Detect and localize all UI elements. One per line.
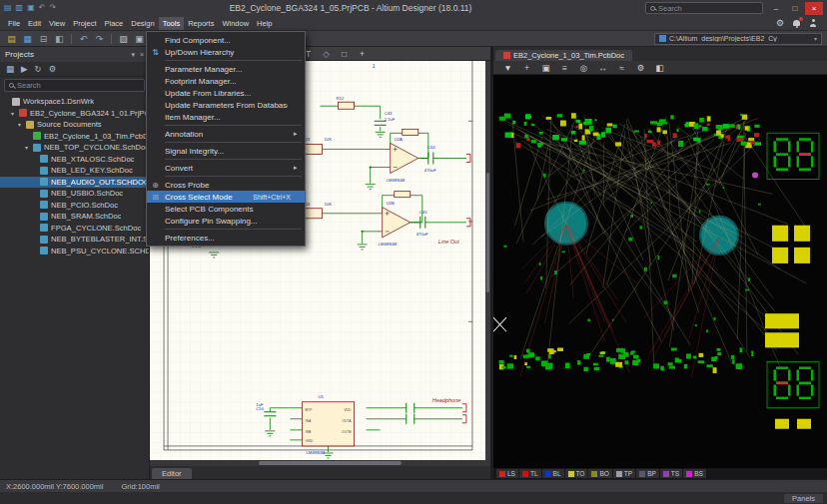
menu-item-signal-integrity[interactable]: Signal Integrity... [147,145,305,157]
projects-search-input[interactable] [17,81,140,90]
tree-item-neb-byteblaster-int-schdoc[interactable]: NEB_BYTEBLASTER_INT.SchDoc [0,234,149,246]
layer-tab-bo[interactable]: BO [588,469,611,478]
route-icon[interactable]: ≈ [615,62,628,74]
menu-place[interactable]: Place [101,17,128,30]
compile-project-icon[interactable]: ▶ [21,64,28,74]
undo-icon[interactable]: ↶ [77,33,90,45]
crosshair-icon[interactable]: + [520,62,533,74]
tree-item-neb-psu-cyclone-schdoc[interactable]: NEB_PSU_CYCLONE.SCHDOC [0,246,149,257]
panel-menu-icon[interactable]: ▾ [131,51,135,59]
new-document-icon[interactable]: ▤ [4,4,12,12]
project-path-combo[interactable]: C:\Altium_design\Projects\EB2_Cy ▾ [654,33,822,45]
tree-item-workspace1-dsnwrk[interactable]: Workspace1.DsnWrk [0,96,149,108]
menu-item-cross-select-mode[interactable]: ⊞Cross Select ModeShift+Ctrl+X [147,191,305,203]
menu-item-annotation[interactable]: Annotation▸ [147,128,305,140]
notifications-bell-icon[interactable] [793,20,800,26]
tree-item-neb-xtalosc-schdoc[interactable]: NEB_XTALOSC.SchDoc [0,154,149,166]
tree-item-neb-led-key-schdoc[interactable]: NEB_LED_KEY.SchDoc [0,165,149,177]
copy-icon[interactable]: ▣ [133,33,146,45]
pcb-document-tab[interactable]: EB2_Cyclone_1_03_Tim.PcbDoc [495,50,632,61]
tree-item-eb2-cyclone-1-03-tim-pcbdoc[interactable]: EB2_Cyclone_1_03_Tim.PcbDoc [0,131,149,143]
layer-tab-bl[interactable]: BL [542,469,564,478]
open-document-icon[interactable]: ▥ [16,4,24,12]
maximize-button[interactable]: □ [786,2,804,15]
horizontal-scrollbar[interactable] [150,460,490,466]
panel-close-icon[interactable]: × [140,51,144,59]
tree-item-eb2-cyclone-bga324-1-01-prjpcb[interactable]: ▾EB2_Cyclone_BGA324 1_01.PrjPCB * [0,108,149,120]
preferences-icon[interactable]: ⚙ [634,62,647,74]
mask-level-icon[interactable]: ◧ [653,62,666,74]
menu-design[interactable]: Design [127,17,158,30]
tree-item-source-documents[interactable]: ▾Source Documents [0,119,149,131]
pcb-canvas[interactable]: LSTLBLTOBOTPBPTSBS [493,75,827,479]
save-document-icon[interactable]: ▣ [27,4,35,12]
menu-item-preferences[interactable]: Preferences... [147,232,305,244]
vertical-scrollbar[interactable] [485,61,490,460]
menu-item-up-down-hierarchy[interactable]: ⇅Up/Down Hierarchy [147,46,305,58]
open-project-icon[interactable]: ▤ [5,33,18,45]
menu-window[interactable]: Window [218,17,253,30]
layer-tab-ls[interactable]: LS [496,469,518,478]
menu-item-select-pcb-components[interactable]: Select PCB Components [147,203,305,215]
zoom-area-icon[interactable]: ◧ [53,33,66,45]
chevron-down-icon[interactable]: ▾ [814,35,817,42]
board-2d-icon[interactable]: ▣ [539,62,552,74]
redo-icon[interactable]: ↷ [49,4,56,12]
tree-item-fpga-cyclone-schdoc[interactable]: FPGA_CYCLONE.SchDoc [0,223,149,235]
menu-edit[interactable]: Edit [24,17,45,30]
save-all-icon[interactable]: ▦ [21,33,34,45]
save-all-icon[interactable]: ▦ [6,64,14,74]
menu-reports[interactable]: Reports [184,17,218,30]
layer-tab-bp[interactable]: BP [636,469,659,478]
layer-tab-tp[interactable]: TP [613,469,635,478]
polygon-icon[interactable]: ◇ [320,48,333,60]
menu-view[interactable]: View [45,17,69,30]
redo-icon[interactable]: ↷ [93,33,106,45]
layer-tab-to[interactable]: TO [565,469,588,478]
settings-gear-icon[interactable]: ⚙ [776,18,784,28]
scrollbar-thumb[interactable] [486,173,489,292]
view-config-icon[interactable]: ◎ [577,62,590,74]
layer-tab-tl[interactable]: TL [519,469,541,478]
menu-help[interactable]: Help [253,17,276,30]
menu-item-find-component[interactable]: Find Component... [147,34,305,46]
global-search-box[interactable] [645,2,763,14]
print-icon[interactable]: ⊟ [37,33,50,45]
expand-arrow-icon[interactable]: ▾ [9,110,16,117]
menu-item-parameter-manager[interactable]: Parameter Manager... [147,63,305,75]
tree-item-neb-usbio-schdoc[interactable]: NEB_USBIO.SchDoc [0,188,149,200]
user-profile-icon[interactable] [809,19,817,27]
search-input[interactable] [658,4,758,13]
tree-item-neb-sram-schdoc[interactable]: NEB_SRAM.SchDoc [0,211,149,223]
zoom-fit-icon[interactable]: □ [338,48,351,60]
menu-item-convert[interactable]: Convert▸ [147,162,305,174]
tree-item-neb-audio-out-schdoc[interactable]: NEB_AUDIO_OUT.SCHDOC [0,177,149,189]
project-options-icon[interactable]: ⚙ [49,64,57,74]
menu-tools[interactable]: Tools [159,17,185,30]
close-button[interactable]: × [805,2,823,15]
zoom-in-icon[interactable]: + [356,48,369,60]
layer-tab-ts[interactable]: TS [660,469,682,478]
layer-tab-bs[interactable]: BS [683,469,706,478]
menu-item-item-manager[interactable]: Item Manager... [147,111,305,123]
expand-arrow-icon[interactable]: ▾ [23,144,30,151]
menu-file[interactable]: File [4,17,24,30]
tree-item-neb-pcio-schdoc[interactable]: NEB_PCIO.SchDoc [0,200,149,212]
menu-item-cross-probe[interactable]: ⊕Cross Probe [147,179,305,191]
menu-item-configure-pin-swapping[interactable]: Configure Pin Swapping... [147,215,305,227]
panels-button[interactable]: Panels [784,494,823,503]
minimize-button[interactable]: – [767,2,785,15]
refresh-icon[interactable]: ↻ [35,64,42,74]
editor-tab[interactable]: Editor [152,468,192,479]
undo-icon[interactable]: ↶ [39,4,46,12]
tree-item-neb-top-cyclone-schdoc[interactable]: ▾NEB_TOP_CYCLONE.SchDoc [0,142,149,154]
layer-stack-icon[interactable]: ≡ [558,62,571,74]
menu-project[interactable]: Project [69,17,100,30]
scrollbar-thumb[interactable] [259,461,402,465]
filter-icon[interactable]: ▼ [501,62,514,74]
cut-icon[interactable]: ▨ [117,33,130,45]
expand-arrow-icon[interactable]: ▾ [16,121,23,128]
projects-search-box[interactable] [4,79,145,92]
menu-item-update-from-libraries[interactable]: Update From Libraries... [147,87,305,99]
menu-item-footprint-manager[interactable]: Footprint Manager... [147,75,305,87]
